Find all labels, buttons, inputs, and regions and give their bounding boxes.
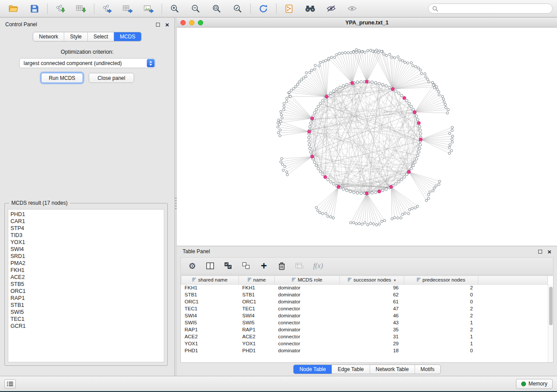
mcds-result-item[interactable]: RAP1	[8, 295, 164, 302]
table-row[interactable]: SWI4SWI4dominator462	[181, 312, 548, 319]
mcds-result-item[interactable]: ORC1	[8, 288, 164, 295]
network-window-title: YPA_prune.txt_1	[177, 20, 557, 26]
table-row[interactable]: YOX1YOX1connector291	[181, 340, 548, 347]
save-session-button[interactable]	[25, 2, 44, 16]
clipboard-network-button[interactable]	[280, 2, 298, 16]
mcds-result-item[interactable]: STB1	[8, 302, 164, 309]
show-columns-button[interactable]	[206, 262, 214, 269]
import-network-button[interactable]	[51, 2, 69, 16]
table-cell: dominator	[275, 326, 340, 333]
tab-node-table[interactable]: Node Table	[294, 365, 332, 374]
zoom-in-button[interactable]	[166, 2, 184, 16]
table-row[interactable]: TEC1TEC1connector472	[181, 305, 548, 312]
select-all-columns-button[interactable]	[224, 262, 232, 269]
network-canvas[interactable]	[177, 28, 557, 246]
export-network-icon	[102, 4, 112, 13]
table-row[interactable]: STB1STB1dominator620	[181, 291, 548, 298]
mcds-result-item[interactable]: PMA2	[8, 260, 164, 267]
deselect-all-columns-button[interactable]	[242, 262, 250, 269]
table-scrollbar[interactable]	[548, 284, 553, 362]
task-history-button[interactable]	[4, 379, 16, 389]
run-mcds-button[interactable]: Run MCDS	[41, 73, 83, 83]
mcds-result-item[interactable]: SWI4	[8, 246, 164, 253]
table-cell: dominator	[275, 347, 340, 354]
tab-network-table[interactable]: Network Table	[370, 365, 415, 374]
export-table-button[interactable]	[119, 2, 137, 16]
tab-select[interactable]: Select	[87, 32, 114, 41]
column-header-successor-nodes[interactable]: successor nodes▾	[340, 276, 404, 284]
search-input[interactable]	[440, 6, 549, 12]
search-network-button[interactable]	[301, 2, 319, 16]
float-panel-icon[interactable]	[156, 23, 160, 27]
mcds-result-item[interactable]: STP4	[8, 225, 164, 232]
table-cell: 46	[340, 312, 404, 319]
toolbar-separator	[94, 3, 94, 14]
table-row[interactable]: FKH1FKH1dominator962	[181, 284, 548, 291]
refresh-layout-button[interactable]	[254, 2, 273, 16]
close-table-panel-icon[interactable]: ×	[547, 250, 551, 254]
table-row[interactable]: RAP1RAP1dominator352	[181, 326, 548, 333]
table-cell: YOX1	[239, 340, 275, 347]
export-network-button[interactable]	[98, 2, 116, 16]
open-folder-icon	[9, 5, 18, 12]
window-close-button[interactable]	[180, 20, 186, 25]
delete-table-button	[295, 262, 304, 269]
network-graph[interactable]	[177, 28, 557, 246]
toolbar-separator	[47, 3, 48, 14]
table-row[interactable]: ACE2ACE2connector311	[181, 333, 548, 340]
global-search-field[interactable]	[428, 3, 553, 14]
mcds-result-item[interactable]: CAR1	[8, 218, 164, 225]
mcds-result-item[interactable]: PHD1	[8, 211, 164, 218]
export-image-button[interactable]	[140, 2, 158, 16]
tab-mcds[interactable]: MCDS	[114, 32, 141, 41]
mcds-result-item[interactable]: STB5	[8, 281, 164, 288]
close-panel-button[interactable]: Close panel	[89, 73, 134, 83]
mcds-result-item[interactable]: SRD1	[8, 253, 164, 260]
table-row[interactable]: ORC1ORC1dominator610	[181, 298, 548, 305]
hide-annotations-button[interactable]	[322, 2, 340, 16]
column-header-mcds-role[interactable]: MCDS role	[275, 276, 340, 284]
table-cell: RAP1	[239, 326, 275, 333]
column-header-shared-name[interactable]: shared name	[181, 276, 239, 284]
zoom-out-button[interactable]	[187, 2, 205, 16]
zoom-selected-button[interactable]	[228, 2, 247, 16]
window-zoom-button[interactable]	[198, 20, 203, 25]
table-settings-button[interactable]: ⚙	[188, 262, 197, 270]
delete-column-button[interactable]	[277, 262, 286, 270]
float-table-panel-icon[interactable]	[538, 250, 542, 254]
mcds-result-item[interactable]: ACE2	[8, 274, 164, 281]
tab-motifs[interactable]: Motifs	[415, 365, 440, 374]
table-cell	[478, 305, 548, 312]
toolbar-separator	[162, 3, 162, 14]
tab-network[interactable]: Network	[33, 32, 64, 41]
mcds-result-item[interactable]: TID3	[8, 232, 164, 239]
mcds-result-item[interactable]: YOX1	[8, 239, 164, 246]
column-header-predecessor-nodes[interactable]: predecessor nodes	[404, 276, 478, 284]
zoom-fit-button[interactable]	[208, 2, 226, 16]
table-row[interactable]: SWI5SWI5connector431	[181, 319, 548, 326]
table-cell	[478, 333, 548, 340]
table-cell: 35	[340, 326, 404, 333]
table-cell: ORC1	[239, 298, 275, 305]
tab-style[interactable]: Style	[64, 32, 87, 41]
criterion-select[interactable]: largest connected component (undirected)	[19, 58, 156, 68]
window-minimize-button[interactable]	[189, 20, 194, 25]
open-file-button[interactable]	[4, 2, 23, 16]
eye-icon	[347, 5, 357, 12]
close-panel-icon[interactable]: ×	[165, 23, 169, 27]
table-row[interactable]: PHD1PHD1dominator180	[181, 347, 548, 354]
criterion-selected-value: largest connected component (undirected)	[24, 60, 122, 66]
delete-table-icon	[295, 262, 304, 269]
mcds-result-item[interactable]: SWI5	[8, 309, 164, 316]
memory-button[interactable]: Memory	[516, 379, 553, 389]
import-table-button[interactable]	[72, 2, 90, 16]
search-icon	[432, 6, 438, 12]
mcds-result-item[interactable]: FKH1	[8, 267, 164, 274]
table-scrollbar-thumb[interactable]	[549, 287, 553, 325]
tab-edge-table[interactable]: Edge Table	[332, 365, 370, 374]
add-column-button[interactable]: +	[259, 261, 268, 270]
show-graphics-button[interactable]	[343, 2, 361, 16]
column-header-name[interactable]: name	[239, 276, 275, 284]
mcds-result-item[interactable]: GCR1	[8, 323, 164, 330]
mcds-result-item[interactable]: TEC1	[8, 316, 164, 323]
